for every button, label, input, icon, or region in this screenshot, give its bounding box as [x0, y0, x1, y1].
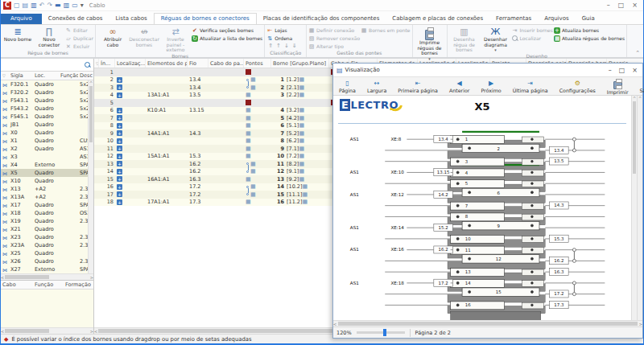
expand-icon[interactable]: + — [117, 169, 122, 175]
expand-icon[interactable]: + — [117, 199, 122, 205]
expand-icon[interactable]: + — [117, 191, 122, 197]
configura-es-button[interactable]: ⚙Configurações — [554, 77, 601, 95]
preview-maximize-button[interactable]: □ — [619, 67, 625, 74]
table-row[interactable]: ⋈JB1Quadro — [1, 121, 93, 129]
bridge-cell-icon[interactable]: ▦ — [299, 153, 304, 159]
table-row[interactable]: ⋈X2QuadroAS1 — [1, 145, 93, 153]
tab-guia[interactable]: Guia — [576, 14, 601, 24]
bridge-cell-icon[interactable]: ▦ — [246, 146, 251, 152]
table-row[interactable]: ⋈F545.1Quadro5x20 — [1, 113, 93, 121]
column-header-forma-o[interactable]: Formação — [64, 281, 93, 289]
bridge-cell-icon[interactable]: ▦ — [299, 168, 304, 175]
expand-icon[interactable]: + — [117, 84, 122, 90]
table-row[interactable]: ⋈X1QuadroCUST — [1, 137, 93, 145]
zoom-slider[interactable] — [357, 331, 405, 334]
expand-icon[interactable]: + — [117, 92, 122, 98]
column-header-localiza-[interactable]: Localizaç... — [115, 59, 146, 68]
table-row[interactable]: ⋈X23Quadro2.32N — [1, 233, 93, 241]
tab-arquivo[interactable]: Arquivo — [1, 14, 42, 24]
atualizar-a-lista-de-bornes-button[interactable]: ↻Atualizar a lista de bornes — [192, 35, 262, 42]
column-header-elementos-de-p-[interactable]: Elementos de p... — [146, 59, 188, 68]
table-row[interactable]: ⋈X10Quadro — [1, 177, 93, 185]
novo-conector-button[interactable]: ∏Novo conector — [34, 26, 64, 47]
bridge-cell-icon[interactable]: ▦ — [246, 176, 251, 183]
layout-window-icon[interactable]: ▭ — [72, 2, 78, 10]
ordena-button[interactable]: ⇅Ordena — [266, 35, 299, 42]
terminal-table-vscrollbar[interactable]: ^ — [88, 80, 93, 273]
bridge-cell-icon[interactable]: ▦ — [303, 183, 308, 190]
lojas-button[interactable]: ⇤Lojas — [266, 27, 299, 34]
imprimir-button[interactable]: Imprimir — [601, 77, 634, 95]
table-row[interactable]: ⋈X26Quadro2.32J — [1, 257, 93, 265]
bridge-cell-icon[interactable]: ▦ — [246, 115, 251, 121]
expand-icon[interactable]: + — [117, 184, 122, 190]
search-input[interactable] — [3, 62, 85, 68]
search-icon[interactable] — [85, 62, 91, 68]
bridge-cell-icon[interactable]: ▦ — [299, 138, 304, 144]
expand-icon[interactable]: + — [117, 123, 122, 129]
bridge-cell-icon[interactable]: ▦ — [246, 130, 251, 137]
table-row[interactable]: ⋈F543.2Quadro5x20 — [1, 105, 93, 113]
table-row[interactable]: ⋈X0Quadro — [1, 129, 93, 137]
preview-outer-vscrollbar[interactable]: ^ — [637, 96, 642, 320]
bridge-cell-icon[interactable]: ▦ — [250, 183, 256, 190]
verifica-se-es-bornes-button[interactable]: ✔Verifica seções bornes — [192, 27, 262, 34]
primeira-p-gina-button[interactable]: ⇤Primeira página — [392, 77, 444, 95]
column-header-pontes[interactable]: Pontes — [244, 59, 271, 68]
bridge-cell-icon[interactable]: ▦ — [299, 122, 304, 129]
open-folder-icon[interactable]: ▤ — [23, 2, 29, 10]
tab-placas-de-identifica-o-dos-componentes[interactable]: Placas de identificação dos componentes — [257, 14, 386, 24]
save-icon[interactable]: ▥ — [31, 2, 37, 10]
table-row[interactable]: ⋈X13A+A22.31N — [1, 193, 93, 201]
table-row[interactable]: ⋈X25Quadro — [1, 249, 93, 257]
minimize-button[interactable]: – — [607, 2, 610, 9]
table-row[interactable]: ⋈X5QuadroSPAR — [1, 169, 93, 177]
bridge-cell-icon[interactable]: ▦ — [299, 107, 304, 113]
column-header-fio[interactable]: Fio — [188, 59, 208, 68]
column-header-desc[interactable]: Desc — [78, 72, 93, 80]
layout-split-icon[interactable]: ▬ — [55, 2, 61, 10]
table-row[interactable]: ⋈X18QuadroOS20 — [1, 209, 93, 217]
close-button[interactable]: × — [632, 2, 638, 9]
expand-icon[interactable]: + — [117, 108, 122, 113]
cable-table-hscrollbar[interactable]: <> — [1, 327, 93, 334]
atualiza-r-guas-de-bornes-button[interactable]: ▦Atualiza réguas de bornes — [554, 35, 625, 42]
table-row[interactable]: ⋈X13+A22.31N — [1, 185, 93, 193]
column-header-loc-[interactable]: Loc. — [33, 72, 59, 80]
pr-ximo-button[interactable]: ▶Próximo — [475, 77, 506, 95]
-ltima-p-gina-button[interactable]: ⇥Última página — [507, 77, 554, 95]
table-row[interactable]: ⋈X4ExternoSPAR — [1, 161, 93, 169]
novo-borne-button[interactable]: ≣Novo borne — [2, 26, 33, 43]
preview-page-vscrollbar[interactable]: ^ — [631, 96, 637, 320]
table-row[interactable]: ⋈X23AQuadro2.32N — [1, 241, 93, 249]
bridge-cell-icon[interactable]: ▦ — [303, 199, 308, 205]
expand-icon[interactable]: + — [117, 130, 122, 136]
table-row[interactable]: ⋈F543.1Quadro5x20 — [1, 97, 93, 105]
move-up-icon[interactable]: ↑ — [276, 43, 281, 49]
column-header-fun-o[interactable]: Função — [33, 281, 64, 289]
anterior-button[interactable]: ◀Anterior — [444, 77, 475, 95]
column-header-cabo-do-pa-[interactable]: Cabo do pa... — [208, 59, 244, 68]
expand-icon[interactable]: + — [117, 161, 122, 166]
tab-arquivos[interactable]: Arquivos — [538, 14, 575, 24]
bridge-cell-icon[interactable]: ▦ — [299, 92, 304, 98]
salvar-pdf-button[interactable]: PDFSalvar PDF — [634, 77, 644, 95]
bridge-cell-icon[interactable]: ▦ — [250, 168, 256, 175]
tab-r-guas-de-bornes-e-conectores[interactable]: Réguas de bornes e conectores — [154, 13, 257, 24]
bridge-cell-icon[interactable]: ▦ — [246, 199, 251, 205]
bridge-cell-icon[interactable]: ▦ — [246, 122, 251, 129]
column-header--n-[interactable]: Ín... — [99, 59, 115, 68]
layout-columns-icon[interactable]: ▥ — [64, 2, 70, 10]
table-row[interactable]: ⋈X19Quadro2.31J — [1, 217, 93, 225]
move-down-icon[interactable]: ↓ — [284, 43, 289, 49]
bridge-cell-icon[interactable]: ▦ — [303, 191, 308, 198]
redo-icon[interactable]: ↷ — [47, 2, 52, 10]
preview-minimize-button[interactable]: – — [609, 67, 612, 74]
new-file-icon[interactable]: ▢ — [14, 2, 20, 10]
maximize-button[interactable]: □ — [618, 2, 625, 9]
bridge-cell-icon[interactable]: ▦ — [299, 146, 304, 152]
tab-ferramentas[interactable]: Ferramentas — [489, 14, 538, 24]
atribuir-cabo-button[interactable]: ∞Atribuir cabo — [97, 26, 128, 47]
bridge-cell-icon[interactable]: ▦ — [299, 115, 304, 121]
move-top-icon[interactable]: ⇑ — [268, 43, 273, 49]
